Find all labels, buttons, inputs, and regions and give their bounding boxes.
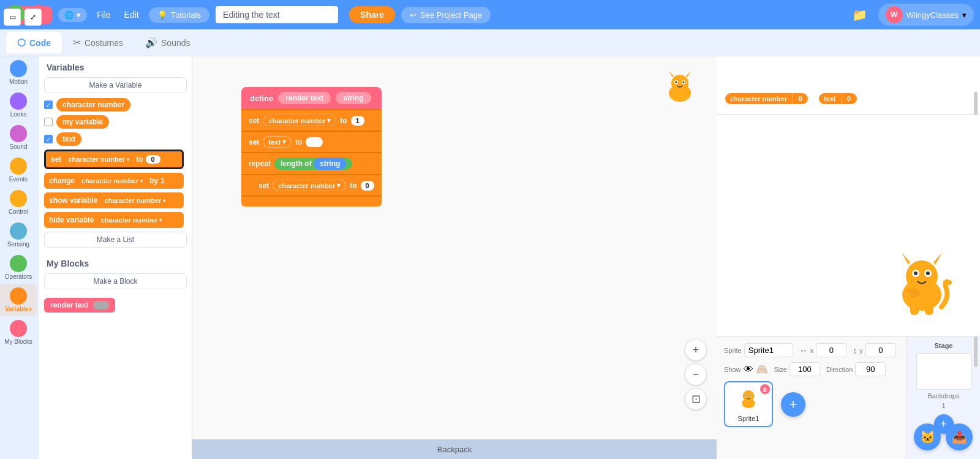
toggle-oval-icon — [93, 301, 109, 309]
zoom-in-button[interactable]: + — [685, 339, 707, 361]
set-char-num-canvas-block[interactable]: set character number ▾ to 1 — [241, 109, 382, 131]
show-var-block[interactable]: show variable character number ▾ — [44, 192, 184, 208]
set3-val[interactable]: 0 — [361, 181, 374, 191]
stage-area — [717, 115, 980, 336]
variables-label: Variables — [5, 306, 32, 313]
tab-sounds[interactable]: 🔊 Sounds — [134, 32, 201, 53]
sprites-list: 🗑 Sprite1 — [724, 381, 899, 427]
svg-marker-3 — [686, 71, 691, 77]
variables-title: Variables — [44, 63, 187, 72]
make-list-button[interactable]: Make a List — [44, 232, 187, 248]
backpack-label: Backpack — [437, 445, 472, 454]
text-checkbox[interactable]: ✓ — [44, 135, 53, 143]
repeat-canvas-block[interactable]: repeat length of string — [241, 152, 382, 174]
sidebar-item-control[interactable]: Control — [0, 186, 37, 219]
fit-button[interactable]: ⊡ — [685, 388, 707, 410]
x-group: ↔ x — [799, 343, 847, 357]
file-menu[interactable]: File — [93, 7, 115, 22]
char-number-pill[interactable]: character number — [56, 98, 130, 112]
sprite-label: Sprite — [724, 347, 742, 354]
to2-label: to — [295, 138, 302, 146]
define-block[interactable]: define render text string — [241, 87, 382, 109]
sidebar-item-sensing[interactable]: Sensing — [0, 219, 37, 251]
show-eye-icon[interactable]: 👁 — [744, 364, 753, 375]
change-dropdown[interactable]: character number ▾ — [77, 176, 147, 186]
render-text-block[interactable]: render text — [44, 298, 115, 313]
tab-code-label: Code — [29, 38, 51, 48]
make-block-button[interactable]: Make a Block — [44, 273, 187, 289]
tutorials-button[interactable]: 💡 Tutorials — [149, 7, 209, 23]
change-val-input[interactable]: 1 — [160, 176, 165, 185]
sidebar-item-sound[interactable]: Sound — [0, 121, 37, 154]
share-button[interactable]: Share — [349, 6, 395, 23]
char-number-checkbox[interactable]: ✓ — [44, 101, 53, 109]
stage-label: Stage — [935, 342, 953, 349]
y-input[interactable] — [865, 343, 896, 357]
size-input[interactable] — [790, 362, 820, 376]
project-title-input[interactable] — [216, 6, 338, 23]
show-var-arrow-icon: ▾ — [163, 198, 165, 203]
char-num-dropdown[interactable]: character number ▾ — [64, 154, 134, 164]
sidebar-item-variables[interactable]: Variables — [0, 284, 37, 316]
variables-icon — [10, 287, 27, 305]
direction-input[interactable] — [855, 362, 886, 376]
text-pill[interactable]: text — [56, 132, 81, 146]
edit-menu[interactable]: Edit — [121, 7, 143, 22]
set-char-num-inner-block[interactable]: set character number ▾ to 0 — [241, 174, 382, 195]
char-num-canvas-dropdown[interactable]: character number ▾ — [263, 115, 336, 126]
sprite-name-input[interactable] — [744, 343, 793, 357]
myblocks-label: My Blocks — [4, 338, 32, 345]
see-project-button[interactable]: ↩ See Project Page — [401, 7, 491, 23]
sidebar-item-operators[interactable]: Operators — [0, 251, 37, 284]
hide-var-block[interactable]: hide variable character number ▾ — [44, 212, 184, 228]
folder-button[interactable]: 📁 — [847, 5, 872, 25]
events-icon — [10, 157, 27, 175]
bottom-upload-button[interactable]: 📤 — [946, 423, 973, 450]
zoom-out-button[interactable]: − — [685, 363, 707, 385]
x-input[interactable] — [816, 343, 846, 357]
set-text-canvas-block[interactable]: set text ▾ to — [241, 131, 382, 152]
stage-medium-button[interactable]: ▭ — [4, 9, 21, 26]
set-char-num-block[interactable]: set character number ▾ to 0 — [44, 150, 184, 169]
user-area[interactable]: W WiingyClasses ▾ — [878, 4, 974, 26]
hide-var-dropdown[interactable]: character number ▾ — [96, 215, 166, 225]
tab-costumes[interactable]: ✂ Costumes — [62, 32, 134, 53]
make-variable-button[interactable]: Make a Variable — [44, 77, 187, 93]
y-label: y — [859, 347, 863, 354]
char-num2-canvas-dropdown[interactable]: character number ▾ — [273, 180, 346, 191]
my-variable-pill[interactable]: my variable — [56, 115, 109, 129]
bottom-cat-button[interactable]: 🐱 — [914, 423, 941, 450]
char-number-monitor-val: 0 — [792, 93, 808, 104]
stage-thumb-panel: Stage Backdrops 1 + 🐱 📤 — [907, 337, 980, 459]
length-of-block[interactable]: length of string — [274, 157, 352, 170]
sidebar-item-motion[interactable]: Motion — [0, 56, 37, 89]
sidebar-item-looks[interactable]: Looks — [0, 89, 37, 121]
stage-thumbnail[interactable] — [916, 353, 971, 390]
sprite-props-row: Sprite ↔ x ↕ y — [724, 343, 899, 357]
sidebar-item-events[interactable]: Events — [0, 154, 37, 186]
globe-button[interactable]: 🌐 ▾ — [58, 8, 87, 22]
text-canvas-dropdown[interactable]: text ▾ — [263, 136, 292, 148]
stage-fullscreen-button[interactable]: ⤢ — [24, 9, 42, 26]
sprite-panel: Sprite ↔ x ↕ y Sh — [717, 337, 907, 459]
show-var-dropdown[interactable]: character number ▾ — [100, 195, 170, 205]
set1-val[interactable]: 1 — [351, 116, 364, 126]
backpack-bar[interactable]: Backpack — [192, 439, 717, 459]
svg-point-1 — [671, 75, 688, 92]
control-label: Control — [9, 208, 28, 215]
sidebar-item-myblocks[interactable]: My Blocks — [0, 316, 37, 349]
change-char-num-block[interactable]: change character number ▾ by 1 — [44, 173, 184, 189]
my-variable-checkbox[interactable] — [44, 118, 53, 126]
sprite1-delete-button[interactable]: 🗑 — [760, 384, 770, 394]
code-canvas[interactable]: define render text string set character … — [192, 56, 717, 459]
hide-eye-icon[interactable]: 🙈 — [756, 363, 768, 375]
tab-code[interactable]: ⬡ Code — [6, 32, 62, 53]
canvas-cat-image — [662, 69, 698, 113]
sprite1-thumb[interactable]: 🗑 Sprite1 — [724, 381, 773, 427]
add-sprite-button[interactable]: + — [781, 392, 805, 417]
tutorials-icon: 💡 — [157, 10, 167, 20]
hide-var-arrow-icon: ▾ — [159, 218, 162, 223]
flag-area: ▶ ■ ⊡ ▭ ⤢ — [6, 5, 48, 23]
set-val-input[interactable]: 0 — [146, 155, 160, 164]
define-label: define — [250, 94, 273, 103]
